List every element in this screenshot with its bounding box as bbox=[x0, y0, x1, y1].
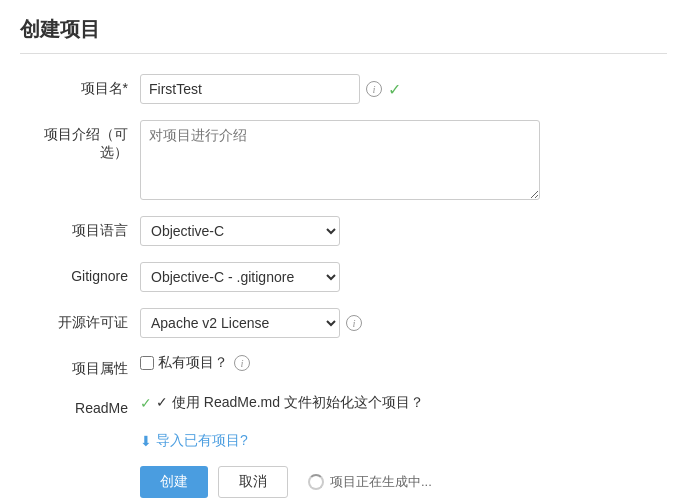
gitignore-select[interactable]: Objective-C - .gitignore Java - .gitigno… bbox=[140, 262, 340, 292]
project-attr-label: 项目属性 bbox=[20, 354, 140, 378]
gitignore-label: Gitignore bbox=[20, 262, 140, 284]
loading-indicator: 项目正在生成中... bbox=[308, 473, 432, 491]
readme-check-icon: ✓ bbox=[140, 395, 152, 411]
project-attr-control: 私有项目？ i bbox=[140, 354, 667, 372]
readme-option: ✓ ✓ 使用 ReadMe.md 文件初始化这个项目？ bbox=[140, 394, 424, 412]
create-button[interactable]: 创建 bbox=[140, 466, 208, 498]
cancel-button[interactable]: 取消 bbox=[218, 466, 288, 498]
private-label[interactable]: 私有项目？ bbox=[158, 354, 228, 372]
readme-row: ReadMe ✓ ✓ 使用 ReadMe.md 文件初始化这个项目？ bbox=[20, 394, 667, 416]
project-attr-row: 项目属性 私有项目？ i bbox=[20, 354, 667, 378]
project-intro-control bbox=[140, 120, 667, 200]
page-title: 创建项目 bbox=[20, 16, 667, 54]
gitignore-control: Objective-C - .gitignore Java - .gitigno… bbox=[140, 262, 667, 292]
check-icon: ✓ bbox=[388, 80, 401, 99]
license-info-icon[interactable]: i bbox=[346, 315, 362, 331]
project-name-input[interactable] bbox=[140, 74, 360, 104]
import-link[interactable]: ⬇ 导入已有项目? bbox=[140, 432, 667, 450]
project-name-control: i ✓ bbox=[140, 74, 667, 104]
project-lang-label: 项目语言 bbox=[20, 216, 140, 240]
info-icon[interactable]: i bbox=[366, 81, 382, 97]
private-checkbox[interactable] bbox=[140, 356, 154, 370]
license-control: Apache v2 License MIT License GPL v3 BSD… bbox=[140, 308, 667, 338]
license-row: 开源许可证 Apache v2 License MIT License GPL … bbox=[20, 308, 667, 338]
project-lang-row: 项目语言 Objective-C Java Python JavaScript … bbox=[20, 216, 667, 246]
project-name-label: 项目名* bbox=[20, 74, 140, 98]
spinner-icon bbox=[308, 474, 324, 490]
readme-label: ReadMe bbox=[20, 394, 140, 416]
readme-text: ✓ 使用 ReadMe.md 文件初始化这个项目？ bbox=[156, 394, 424, 412]
import-icon: ⬇ bbox=[140, 433, 152, 449]
private-info-icon[interactable]: i bbox=[234, 355, 250, 371]
project-lang-select[interactable]: Objective-C Java Python JavaScript C++ G… bbox=[140, 216, 340, 246]
loading-text: 项目正在生成中... bbox=[330, 473, 432, 491]
license-select[interactable]: Apache v2 License MIT License GPL v3 BSD… bbox=[140, 308, 340, 338]
button-row: 创建 取消 项目正在生成中... bbox=[140, 466, 667, 498]
readme-control: ✓ ✓ 使用 ReadMe.md 文件初始化这个项目？ bbox=[140, 394, 667, 412]
import-link-text: 导入已有项目? bbox=[156, 432, 248, 450]
gitignore-row: Gitignore Objective-C - .gitignore Java … bbox=[20, 262, 667, 292]
project-intro-label: 项目介绍（可选） bbox=[20, 120, 140, 162]
project-intro-row: 项目介绍（可选） bbox=[20, 120, 667, 200]
project-intro-textarea[interactable] bbox=[140, 120, 540, 200]
page-container: 创建项目 项目名* i ✓ 项目介绍（可选） 项目语言 Objective-C … bbox=[0, 0, 687, 502]
private-checkbox-row: 私有项目？ i bbox=[140, 354, 250, 372]
project-name-row: 项目名* i ✓ bbox=[20, 74, 667, 104]
license-label: 开源许可证 bbox=[20, 308, 140, 332]
project-lang-control: Objective-C Java Python JavaScript C++ G… bbox=[140, 216, 667, 246]
